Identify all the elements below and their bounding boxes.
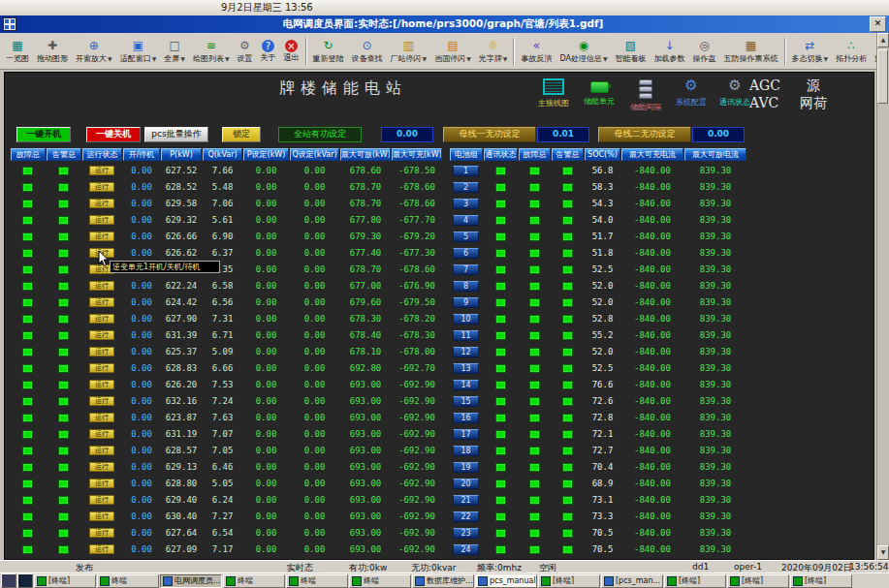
battery-group-button[interactable]: 21	[453, 495, 479, 506]
one-key-start-button[interactable]: 一键开机	[16, 127, 71, 142]
one-key-stop-button[interactable]: 一键关机	[86, 127, 141, 142]
run-state-badge[interactable]: 运行	[89, 363, 114, 373]
taskbar-window-button[interactable]: 数据库维护...	[412, 574, 474, 588]
nav-system-config[interactable]: ⚙ 系统配置	[668, 77, 714, 108]
battery-group-button[interactable]: 2	[453, 182, 479, 193]
toolbar-station-flash-button[interactable]: ▥厂站停闪▼	[388, 34, 430, 69]
run-state-badge[interactable]: 运行	[89, 528, 114, 538]
scroll-up-icon[interactable]: ▲	[877, 33, 889, 47]
run-state-badge[interactable]: 运行	[89, 511, 114, 521]
battery-group-button[interactable]: 12	[453, 347, 479, 357]
run-state-badge[interactable]: 运行	[89, 281, 114, 291]
battery-group-button[interactable]: 15	[453, 396, 479, 407]
toolbar-drag-button[interactable]: ✚拖动图形	[34, 34, 71, 69]
toolbar-da-info-button[interactable]: ◉DA处理信息▼	[556, 34, 610, 69]
battery-group-button[interactable]: 18	[453, 446, 479, 456]
toolbar-relogin-button[interactable]: ↻重新登陆	[310, 34, 347, 69]
toolbar-smart-board-button[interactable]: ▧智能看板	[613, 34, 650, 69]
taskbar-window-button[interactable]: pcs_manual	[475, 574, 537, 588]
run-state-badge[interactable]: 运行	[89, 495, 114, 505]
toolbar-light-board-button[interactable]: ☼光字牌▼	[476, 34, 511, 69]
run-state-badge[interactable]: 运行	[89, 429, 114, 439]
battery-group-button[interactable]: 10	[453, 314, 479, 325]
nav-storage-unit[interactable]: 储能单元	[576, 77, 622, 107]
toolbar-exit-button[interactable]: ×退出	[281, 34, 302, 69]
scrollbar-track[interactable]	[877, 47, 889, 545]
battery-group-button[interactable]: 19	[453, 462, 479, 473]
source-link[interactable]: 源	[807, 77, 820, 95]
taskbar-window-button[interactable]: [pcs_man...	[601, 574, 663, 588]
toolbar-wufang-button[interactable]: ▦五防操作票系统	[721, 34, 781, 69]
run-state-badge[interactable]: 运行	[89, 396, 114, 406]
run-state-badge[interactable]: 运行	[89, 215, 114, 225]
run-state-badge[interactable]: 运行	[89, 232, 114, 241]
battery-group-button[interactable]: 1	[453, 166, 479, 176]
station-p-set-display[interactable]: 0.00	[381, 127, 433, 142]
lock-button[interactable]: 锁定	[222, 127, 261, 142]
battery-group-button[interactable]: 16	[453, 413, 479, 423]
battery-group-button[interactable]: 3	[453, 199, 479, 209]
battery-group-button[interactable]: 9	[453, 297, 479, 308]
pcs-batch-button[interactable]: pcs批量操作	[144, 127, 208, 142]
toolbar-zoom-window-button[interactable]: ⊕开窗放大▼	[73, 34, 115, 69]
toolbar-settings-button[interactable]: ⚙设置	[235, 34, 256, 69]
toolbar-load-params-button[interactable]: ↓加载参数	[651, 34, 688, 69]
battery-group-button[interactable]: 8	[453, 281, 479, 292]
taskbar-window-button[interactable]: [终端]	[538, 574, 600, 588]
toolbar-accident-replay-button[interactable]: «事故反演	[518, 34, 555, 69]
run-state-badge[interactable]: 运行	[89, 297, 114, 307]
taskbar-window-button[interactable]: [终端]	[664, 574, 726, 588]
run-state-badge[interactable]: 运行	[89, 347, 114, 356]
battery-group-button[interactable]: 11	[453, 330, 479, 341]
run-state-badge[interactable]: 运行	[89, 199, 114, 208]
run-state-badge[interactable]: 运行	[89, 182, 114, 192]
taskbar-window-button[interactable]: 终端	[97, 574, 159, 588]
grid-load-link[interactable]: 网荷	[800, 95, 827, 112]
battery-group-button[interactable]: 22	[453, 511, 479, 522]
battery-group-button[interactable]: 4	[453, 215, 479, 226]
run-state-badge[interactable]: 运行	[89, 479, 114, 488]
terminal-launcher-icon[interactable]	[17, 573, 33, 588]
show-desktop-icon[interactable]	[1, 573, 16, 588]
scroll-down-icon[interactable]: ▼	[877, 545, 889, 560]
taskbar-window-button[interactable]: 终端	[223, 574, 285, 588]
agc-link[interactable]: AGC	[749, 77, 780, 93]
vertical-scrollbar[interactable]: ▲ ▼	[876, 33, 889, 560]
toolbar-overview-button[interactable]: ▦一览图	[3, 34, 32, 69]
toolbar-about-button[interactable]: ?关于	[258, 34, 279, 69]
taskbar-window-button[interactable]: 终端	[286, 574, 348, 588]
run-state-badge[interactable]: 运行	[89, 413, 114, 422]
battery-group-button[interactable]: 14	[453, 380, 479, 390]
run-state-badge[interactable]: 运行	[89, 446, 114, 455]
taskbar-window-button[interactable]: [终端]	[790, 574, 852, 588]
toolbar-fullscreen-button[interactable]: □全屏▼	[161, 34, 188, 69]
bus2-q-set-display[interactable]: 0.00	[692, 127, 745, 142]
toolbar-device-search-button[interactable]: ⊙设备查找	[349, 34, 386, 69]
nav-main-wiring[interactable]: 主接线图	[530, 77, 577, 108]
bus2-q-set-button[interactable]: 母线二无功设定	[598, 127, 691, 142]
battery-group-button[interactable]: 7	[453, 264, 479, 275]
toolbar-screen-flash-button[interactable]: ▤画面停闪▼	[431, 34, 474, 69]
battery-group-button[interactable]: 17	[453, 429, 479, 440]
battery-group-button[interactable]: 20	[453, 479, 479, 489]
run-state-badge[interactable]: 运行	[89, 330, 114, 340]
run-state-badge[interactable]: 运行	[89, 380, 114, 389]
battery-group-button[interactable]: 24	[453, 544, 479, 555]
run-state-badge[interactable]: 运行	[89, 544, 114, 554]
toolbar-topology-button[interactable]: ∴拓扑分析	[833, 34, 870, 69]
nav-storage-bay[interactable]: 储能间隔	[622, 77, 669, 112]
run-state-badge[interactable]: 运行	[89, 462, 114, 472]
battery-group-button[interactable]: 5	[453, 232, 479, 242]
taskbar-window-button[interactable]: [终端]	[727, 574, 789, 588]
battery-group-button[interactable]: 23	[453, 528, 479, 539]
scrollbar-thumb[interactable]	[877, 49, 888, 104]
avc-link[interactable]: AVC	[749, 95, 778, 110]
bus1-q-set-display[interactable]: 0.01	[537, 127, 589, 142]
taskbar-window-button[interactable]: 终端	[349, 574, 411, 588]
battery-group-button[interactable]: 6	[453, 248, 479, 259]
run-state-badge[interactable]: 运行	[89, 314, 114, 324]
toolbar-fit-window-button[interactable]: ▣适配窗口▼	[117, 34, 160, 69]
toolbar-graph-list-button[interactable]: ≡绘图列表▼	[190, 34, 233, 69]
battery-group-button[interactable]: 13	[453, 363, 479, 374]
toolbar-mode-switch-button[interactable]: ⇄多态切换▼	[789, 34, 832, 69]
